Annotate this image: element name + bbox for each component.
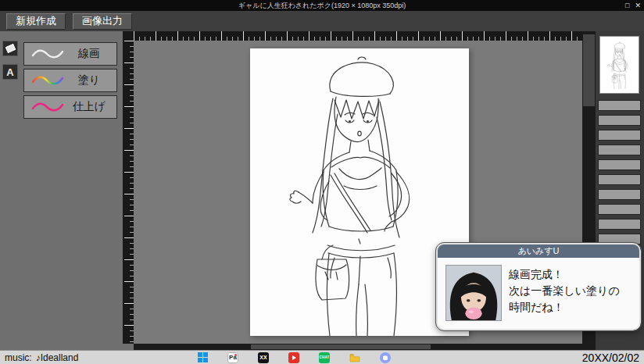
chat-app-icon[interactable]: CHAT <box>319 352 330 363</box>
layer-button-lineart[interactable]: 線画 <box>23 42 117 66</box>
layer-button-color[interactable]: 塗り <box>23 69 117 92</box>
layer-button-label: 仕上げ <box>68 100 110 114</box>
chat-app-icon-text: CHAT <box>320 355 330 359</box>
layer-row[interactable] <box>598 145 641 155</box>
layer-row[interactable] <box>598 115 641 126</box>
assistant-dialog: あいみすU 線画完成！ 次は一番楽しい塗りの 時間だね！ <box>436 243 641 330</box>
eraser-icon <box>5 44 15 53</box>
new-file-button[interactable]: 新規作成 <box>6 13 66 30</box>
export-image-button[interactable]: 画像出力 <box>73 13 132 30</box>
layer-row[interactable] <box>598 174 641 185</box>
layer-row[interactable] <box>598 219 641 230</box>
music-label: music: <box>5 352 32 363</box>
layer-button-label: 塗り <box>68 73 110 87</box>
discord-app-icon[interactable] <box>380 352 391 363</box>
assistant-avatar <box>445 265 502 321</box>
color-wave-icon <box>30 73 65 87</box>
folder-icon[interactable] <box>349 352 360 363</box>
horizontal-scrollbar-thumb[interactable] <box>251 344 431 349</box>
horizontal-scrollbar[interactable] <box>134 344 582 350</box>
assistant-dialog-body: 線画完成！ 次は一番楽しい塗りの 時間だね！ <box>438 258 639 329</box>
navigator-thumbnail[interactable] <box>599 36 639 94</box>
music-status: music: ♪Idealland <box>5 351 78 364</box>
assistant-dialog-title: あいみすU <box>438 244 639 258</box>
ruler-corner <box>123 31 134 41</box>
navigator-artwork <box>601 37 638 92</box>
text-tool-icon: A <box>6 66 13 78</box>
xx-app-icon[interactable]: XX <box>258 352 269 363</box>
assistant-message-line: 時間だね！ <box>509 299 620 316</box>
taskbar-icons: Pa XX CHAT <box>197 351 391 364</box>
lineart-wave-icon <box>30 47 65 61</box>
eraser-tool-button[interactable] <box>2 41 18 56</box>
video-app-icon[interactable] <box>288 352 299 363</box>
layer-row[interactable] <box>598 100 641 111</box>
layer-step-panel: 線画 塗り 仕上げ <box>23 42 117 119</box>
music-track: ♪Idealland <box>36 352 79 363</box>
layer-row[interactable] <box>598 130 641 141</box>
app-window: ギャルに人生狂わされたボク(1920 × 1080px 350dpi) □ ✕ … <box>0 0 644 364</box>
xx-app-icon-text: XX <box>259 355 267 360</box>
vertical-ruler <box>123 41 134 344</box>
clock-date: 20XX/02/02 <box>582 351 639 364</box>
taskbar: music: ♪Idealland Pa XX CHAT <box>0 350 644 364</box>
vertical-scrollbar-thumb[interactable] <box>583 34 595 106</box>
layer-row[interactable] <box>598 204 641 215</box>
assistant-message: 線画完成！ 次は一番楽しい塗りの 時間だね！ <box>509 265 620 321</box>
layer-row[interactable] <box>598 189 641 200</box>
close-button[interactable]: ✕ <box>635 2 641 9</box>
horizontal-ruler <box>134 31 582 41</box>
paint-app-icon[interactable]: Pa <box>227 352 238 363</box>
window-title: ギャルに人生狂わされたボク(1920 × 1080px 350dpi) <box>238 1 406 11</box>
assistant-message-line: 線画完成！ <box>509 266 620 283</box>
maximize-button[interactable]: □ <box>625 2 629 9</box>
windows-start-icon[interactable] <box>197 352 208 363</box>
layer-button-finish[interactable]: 仕上げ <box>23 95 117 119</box>
layer-button-label: 線画 <box>68 47 110 61</box>
assistant-message-line: 次は一番楽しい塗りの <box>509 283 620 299</box>
menu-bar: 新規作成 画像出力 <box>0 11 644 31</box>
text-tool-button[interactable]: A <box>2 64 18 80</box>
title-bar: ギャルに人生狂わされたボク(1920 × 1080px 350dpi) □ ✕ <box>0 0 644 11</box>
finish-wave-icon <box>30 100 65 114</box>
layer-list <box>598 100 641 244</box>
layer-row[interactable] <box>598 159 641 170</box>
